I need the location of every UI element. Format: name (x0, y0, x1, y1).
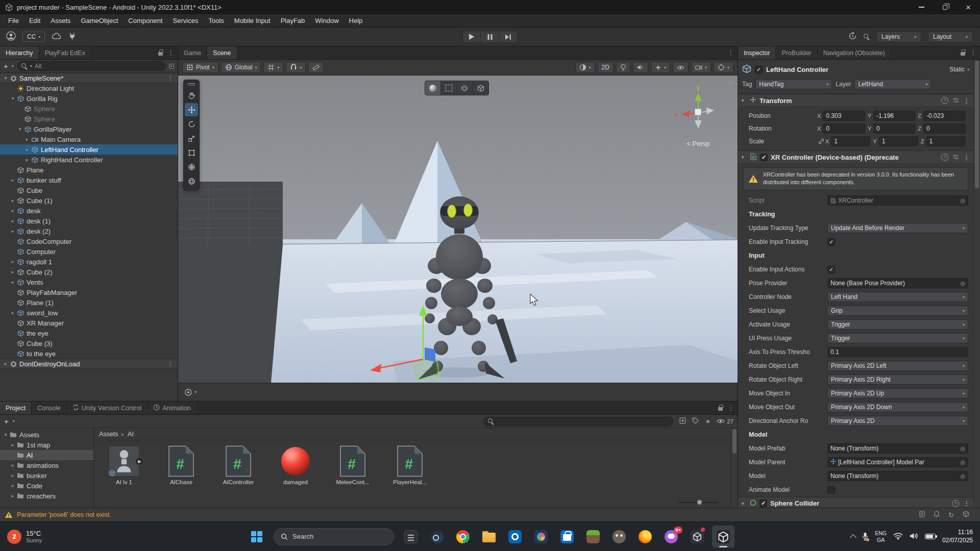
grid-snap-dropdown[interactable]: ▾ (263, 62, 283, 73)
scene-canvas[interactable] (178, 76, 738, 383)
taskbar-app-unity-editor[interactable] (712, 525, 734, 548)
foldout-arrow[interactable]: ▸ (9, 493, 16, 498)
menu-item-mobile-input[interactable]: Mobile Input (229, 14, 276, 27)
effects-dropdown[interactable]: ▾ (651, 62, 670, 73)
object-field[interactable]: [LeftHand Controller] Model Par◎ (827, 457, 968, 467)
battery-icon[interactable] (925, 534, 936, 539)
xr-controller-component-header[interactable]: ▾ # ✓ XR Controller (Device-based) (Depr… (738, 151, 973, 164)
minimize-button[interactable] (910, 0, 933, 14)
foldout-arrow[interactable]: ▾ (742, 155, 747, 160)
taskbar-app-chrome[interactable] (452, 525, 474, 548)
hierarchy-row-plane-1[interactable]: Plane (1) (0, 297, 178, 308)
hierarchy-row-cube[interactable]: Cube (0, 185, 178, 195)
view-hand-tool-button[interactable] (185, 89, 198, 102)
project-folder-assets[interactable]: ▾Assets (0, 430, 93, 440)
vector-field-x[interactable]: 1 (831, 136, 870, 146)
search-icon[interactable] (864, 34, 870, 40)
lock-icon[interactable] (961, 52, 965, 56)
vector-field-x[interactable]: 0.303 (823, 111, 865, 121)
foldout-arrow[interactable]: ▸ (9, 218, 16, 223)
foldout-arrow[interactable]: ▸ (9, 198, 16, 203)
hierarchy-row-desk-1[interactable]: ▸desk (1) (0, 216, 178, 226)
kebab-menu-icon[interactable]: ⋮ (727, 49, 734, 57)
foldout-arrow[interactable]: ▸ (9, 269, 16, 274)
hierarchy-row-cube-1[interactable]: ▸Cube (1) (0, 195, 178, 206)
hierarchy-row-playfabmanager[interactable]: PlayFabManager (0, 287, 178, 297)
hierarchy-row-the-eye[interactable]: the eye (0, 328, 178, 338)
kebab-menu-icon[interactable]: ⋮ (970, 49, 976, 57)
weather-widget[interactable]: 2 15°C Sunny (0, 522, 49, 551)
project-folder-bunker[interactable]: ▸bunker (0, 470, 93, 481)
vector-field-x[interactable]: 0 (823, 123, 865, 134)
breadcrumb-current[interactable]: AI (128, 431, 134, 438)
project-folder-ai[interactable]: AI (0, 450, 93, 460)
scene-viewport[interactable]: y x < Persp (178, 76, 738, 383)
step-button[interactable] (499, 31, 518, 43)
foldout-arrow[interactable]: ▸ (9, 473, 16, 478)
account-avatar-icon[interactable] (6, 31, 16, 42)
textured-view-button[interactable] (473, 81, 488, 95)
hierarchy-row-cube-2[interactable]: ▸Cube (2) (0, 267, 178, 277)
increment-snap-button[interactable] (308, 62, 324, 73)
hidden-icons-chevron[interactable] (850, 534, 856, 541)
static-dropdown[interactable]: Static▾ (949, 66, 969, 73)
hierarchy-row-lefthand-controller[interactable]: ▸LeftHand Controller (0, 144, 178, 155)
picker-icon[interactable] (169, 64, 174, 69)
kebab-menu-icon[interactable]: ⋮ (963, 154, 970, 161)
hierarchy-row-dontdestroyonload[interactable]: ▸DontDestroyOnLoad⋮ (0, 359, 178, 369)
chevron-down-icon[interactable]: ▾ (13, 419, 15, 423)
hierarchy-row-directional-light[interactable]: Directional Light (0, 83, 178, 93)
tab-probuilder[interactable]: ProBuilder (776, 46, 817, 59)
foldout-arrow[interactable]: ▸ (9, 208, 16, 213)
object-field[interactable]: None (Transform)◎ (827, 443, 968, 454)
thumbnail-zoom-slider[interactable] (679, 499, 718, 505)
hierarchy-row-codecomputer[interactable]: CodeComputer (0, 236, 178, 246)
scene-visibility-button[interactable] (673, 62, 689, 73)
dropdown[interactable]: Primary Axis 2D▾ (827, 416, 968, 426)
hierarchy-row-samplescene[interactable]: ▾SampleScene*⋮ (0, 73, 178, 83)
foldout-arrow[interactable]: ▾ (16, 127, 23, 132)
foldout-arrow[interactable]: ▸ (23, 147, 31, 152)
gameobject-name[interactable]: LeftHand Controller (766, 66, 828, 73)
menu-item-assets[interactable]: Assets (45, 14, 76, 27)
transform-tool-button[interactable] (185, 160, 198, 173)
kebab-menu-icon[interactable]: ⋮ (167, 49, 174, 57)
taskbar-app-minecraft[interactable] (582, 525, 604, 548)
foldout-arrow[interactable]: ▸ (9, 310, 16, 315)
foldout-arrow[interactable]: ▸ (23, 157, 31, 162)
object-picker-icon[interactable]: ◎ (960, 197, 965, 204)
global-dropdown[interactable]: Global▾ (221, 62, 261, 73)
dropdown[interactable]: Primary Axis 2D Right▾ (827, 374, 968, 385)
rect-tool-button[interactable] (185, 146, 198, 159)
tag-dropdown[interactable]: HandTag▾ (755, 79, 832, 89)
cache-server-icon[interactable] (963, 511, 969, 519)
console-doc-icon[interactable] (919, 511, 925, 519)
hierarchy-row-desk-2[interactable]: ▸desk (2) (0, 226, 178, 236)
menu-item-component[interactable]: Component (123, 14, 167, 27)
slider-knob[interactable] (697, 500, 702, 505)
hierarchy-row-plane[interactable]: Plane (0, 165, 178, 175)
tab-console[interactable]: Console (32, 402, 67, 414)
project-search-input[interactable] (483, 417, 673, 426)
preset-icon[interactable] (952, 154, 959, 161)
help-icon[interactable]: ? (941, 154, 948, 161)
foldout-arrow[interactable]: ▾ (2, 76, 9, 81)
hierarchy-row-sword-low[interactable]: ▸sword_low (0, 308, 178, 318)
foldout-arrow[interactable]: ▾ (742, 98, 747, 103)
chevron-down-icon[interactable]: ▾ (12, 64, 14, 68)
status-message[interactable]: Parameter 'pose6' does not exist. (17, 511, 111, 518)
hidden-packages-toggle[interactable]: 27 (717, 418, 733, 424)
asset-tile-meleecont[interactable]: #MeleeCont... (329, 445, 376, 485)
menu-item-tools[interactable]: Tools (203, 14, 229, 27)
dropdown[interactable]: Update And Before Render▾ (827, 223, 968, 233)
kebab-menu-icon[interactable]: ⋮ (727, 404, 734, 412)
sphere-collider-component-header[interactable]: ▾ ✓ Sphere Collider ? ⋮ (738, 497, 973, 508)
menu-item-file[interactable]: File (3, 14, 24, 27)
tab-navigation-obsolete[interactable]: Navigation (Obsolete) (818, 46, 891, 59)
move-tool-button[interactable] (185, 103, 198, 116)
shaded-view-button[interactable] (425, 81, 441, 95)
search-by-type-icon[interactable] (679, 417, 686, 425)
hierarchy-row-xr-manager[interactable]: XR Manager (0, 318, 178, 328)
menu-item-edit[interactable]: Edit (24, 14, 45, 27)
orientation-gizmo[interactable]: y x < Persp (670, 83, 726, 151)
